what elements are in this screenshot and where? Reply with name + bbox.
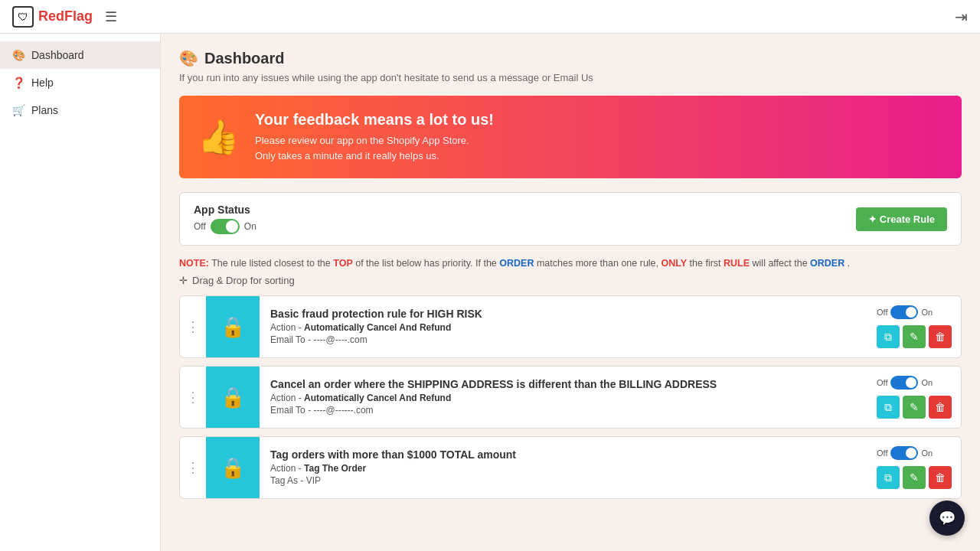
drag-handle-2[interactable]: ⋮ — [180, 389, 206, 406]
feedback-text: Your feedback means a lot to us! Please … — [255, 111, 494, 163]
delete-rule-1-button[interactable]: 🗑 — [929, 325, 952, 348]
rule-toggle-1[interactable] — [890, 305, 918, 319]
feedback-title: Your feedback means a lot to us! — [255, 111, 494, 129]
drag-handle-3[interactable]: ⋮ — [180, 459, 206, 476]
sidebar-label-help: Help — [31, 77, 54, 89]
rule-email-1: Email To - ----@----.com — [270, 334, 866, 345]
copy-rule-3-button[interactable]: ⧉ — [877, 466, 900, 489]
rule-body-1: Basic fraud protection rule for HIGH RIS… — [260, 300, 877, 354]
rule-icon-area-2: 🔒 — [206, 367, 260, 428]
rule-action-3: Action - Tag The Order — [270, 463, 866, 474]
edit-rule-3-button[interactable]: ✎ — [903, 466, 926, 489]
drag-drop-label: ✛ Drag & Drop for sorting — [179, 275, 962, 286]
rule-action-btns-3: ⧉ ✎ 🗑 — [877, 466, 952, 489]
logout-icon[interactable]: ⇥ — [955, 8, 968, 26]
rule-body-2: Cancel an order where the SHIPPING ADDRE… — [260, 370, 877, 425]
chat-icon: 💬 — [939, 510, 956, 527]
rule-off-label-3: Off — [877, 448, 887, 458]
rule-action-btns-1: ⧉ ✎ 🗑 — [877, 325, 952, 348]
plans-icon: 🛒 — [12, 104, 25, 116]
delete-rule-2-button[interactable]: 🗑 — [929, 396, 952, 419]
app-header: 🛡 RedFlag ☰ ⇥ — [0, 0, 980, 34]
rule-off-label-2: Off — [877, 378, 887, 387]
sidebar-item-plans[interactable]: 🛒 Plans — [0, 96, 160, 124]
logo-text: RedFlag — [38, 8, 93, 24]
rule-action-2: Action - Automatically Cancel And Refund — [270, 393, 866, 403]
drag-drop-text: Drag & Drop for sorting — [192, 275, 295, 286]
rule-card-3: ⋮ 🔒 Tag orders with more than $1000 TOTA… — [179, 436, 962, 499]
feedback-line2: Only takes a minute and it really helps … — [255, 148, 494, 164]
page-subtitle-text: If you run into any issues while using t… — [179, 72, 593, 83]
rule-icon-area-3: 🔒 — [206, 437, 260, 498]
rule-card-1: ⋮ 🔒 Basic fraud protection rule for HIGH… — [179, 295, 962, 358]
dashboard-icon: 🎨 — [12, 49, 25, 61]
rule-toggle-row-1: Off On — [877, 305, 952, 319]
rule-action-btns-2: ⧉ ✎ 🗑 — [877, 396, 952, 419]
rule-tag-3: Tag As - VIP — [270, 475, 866, 486]
rule-icon-area-1: 🔒 — [206, 296, 260, 357]
rule-controls-2: Off On ⧉ ✎ 🗑 — [877, 376, 961, 419]
edit-rule-2-button[interactable]: ✎ — [903, 396, 926, 419]
delete-rule-3-button[interactable]: 🗑 — [929, 466, 952, 489]
rule-body-3: Tag orders with more than $1000 TOTAL am… — [260, 441, 877, 495]
logo-icon: 🛡 — [12, 6, 34, 28]
main-content: 🎨 Dashboard If you run into any issues w… — [161, 34, 980, 551]
sidebar-item-dashboard[interactable]: 🎨 Dashboard — [0, 41, 160, 69]
app-status-label: App Status — [194, 204, 256, 216]
page-title: 🎨 Dashboard — [179, 49, 962, 67]
chat-bubble[interactable]: 💬 — [929, 500, 965, 536]
toggle-on-label: On — [244, 221, 256, 232]
thumbs-up-icon: 👍 — [198, 117, 240, 157]
hamburger-icon[interactable]: ☰ — [105, 8, 117, 25]
sidebar-label-plans: Plans — [31, 104, 58, 116]
rule-toggle-3[interactable] — [890, 446, 918, 460]
rule-toggle-row-3: Off On — [877, 446, 952, 460]
rule-controls-1: Off On ⧉ ✎ 🗑 — [877, 305, 961, 348]
logo-black: Red — [38, 8, 64, 24]
rule-title-1: Basic fraud protection rule for HIGH RIS… — [270, 308, 866, 320]
feedback-line1: Please review our app on the Shopify App… — [255, 133, 494, 148]
rule-title-3: Tag orders with more than $1000 TOTAL am… — [270, 448, 866, 461]
lock-icon-1: 🔒 — [220, 315, 245, 339]
sidebar: 🎨 Dashboard ❓ Help 🛒 Plans — [0, 34, 161, 551]
app-status-toggle[interactable] — [211, 219, 240, 234]
note-text: NOTE: The rule listed closest to the TOP… — [179, 258, 962, 269]
page-title-text: Dashboard — [204, 50, 284, 67]
rule-email-2: Email To - ----@------.com — [270, 405, 866, 416]
app-status-card: App Status Off On ✦ Create Rule — [179, 192, 962, 246]
page-subtitle: If you run into any issues while using t… — [179, 72, 962, 83]
rule-on-label-1: On — [921, 308, 933, 317]
app-status-toggle-row: Off On — [194, 219, 256, 234]
lock-icon-3: 🔒 — [220, 456, 245, 480]
drag-handle-1[interactable]: ⋮ — [180, 318, 206, 335]
header-left: 🛡 RedFlag ☰ — [12, 6, 117, 28]
page-title-icon: 🎨 — [179, 49, 198, 67]
rule-controls-3: Off On ⧉ ✎ 🗑 — [877, 446, 961, 489]
app-status-left: App Status Off On — [194, 204, 256, 234]
logo: 🛡 RedFlag — [12, 6, 93, 28]
feedback-banner: 👍 Your feedback means a lot to us! Pleas… — [179, 96, 962, 178]
help-icon: ❓ — [12, 77, 25, 89]
sidebar-item-help[interactable]: ❓ Help — [0, 69, 160, 96]
create-rule-button[interactable]: ✦ Create Rule — [856, 207, 947, 231]
rule-title-2: Cancel an order where the SHIPPING ADDRE… — [270, 378, 866, 390]
layout: 🎨 Dashboard ❓ Help 🛒 Plans 🎨 Dashboard I… — [0, 34, 980, 551]
rule-action-1: Action - Automatically Cancel And Refund — [270, 322, 866, 333]
rule-on-label-3: On — [921, 448, 933, 458]
toggle-off-label: Off — [194, 221, 206, 232]
rule-card-2: ⋮ 🔒 Cancel an order where the SHIPPING A… — [179, 366, 962, 429]
sidebar-label-dashboard: Dashboard — [31, 49, 84, 61]
copy-rule-2-button[interactable]: ⧉ — [877, 396, 900, 419]
lock-icon-2: 🔒 — [220, 386, 245, 409]
rule-off-label-1: Off — [877, 308, 887, 317]
rule-toggle-row-2: Off On — [877, 376, 952, 390]
drag-drop-icon: ✛ — [179, 275, 188, 286]
rule-on-label-2: On — [921, 378, 933, 387]
rule-toggle-2[interactable] — [890, 376, 918, 390]
copy-rule-1-button[interactable]: ⧉ — [877, 325, 900, 348]
logo-red: Flag — [64, 8, 93, 24]
edit-rule-1-button[interactable]: ✎ — [903, 325, 926, 348]
